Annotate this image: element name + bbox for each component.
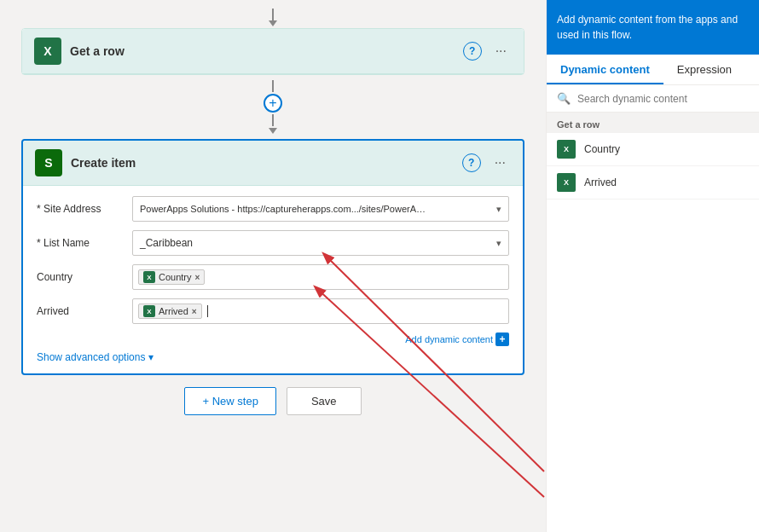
top-connector — [269, 9, 277, 26]
create-item-title: Create item — [71, 156, 454, 170]
create-item-info-button[interactable]: ? — [462, 153, 481, 172]
create-item-header: S Create item ? ··· — [23, 141, 523, 186]
country-tag-close[interactable]: × — [195, 273, 200, 282]
get-a-row-card: X Get a row ? ··· — [21, 28, 524, 75]
chevron-down-icon: ▾ — [148, 351, 154, 363]
arrived-tag-close[interactable]: × — [192, 307, 197, 316]
panel-search-bar: 🔍 — [547, 85, 759, 113]
add-step-plus-button[interactable]: + — [264, 94, 282, 113]
get-a-row-header: X Get a row ? ··· — [22, 29, 524, 74]
add-dynamic-content-label: Add dynamic content — [405, 334, 493, 344]
create-item-body: * Site Address PowerApps Solutions - htt… — [23, 186, 523, 373]
country-row: Country X Country × — [37, 264, 509, 290]
panel-header-text: Add dynamic content from the apps and us… — [557, 14, 738, 41]
tab-expression-label: Expression — [677, 63, 732, 76]
arrived-tag-icon: X — [143, 305, 155, 317]
country-tag-label: Country — [159, 272, 192, 282]
main-canvas: X Get a row ? ··· + S Create item ? ··· — [0, 0, 546, 532]
panel-section-get-a-row: Get a row — [547, 113, 759, 133]
list-name-value: _Caribbean — [140, 237, 193, 249]
plus-connector: + — [264, 80, 282, 134]
country-tag: X Country × — [138, 269, 205, 285]
panel-arrived-label: Arrived — [584, 176, 617, 188]
site-address-label: * Site Address — [37, 203, 122, 215]
site-address-field[interactable]: PowerApps Solutions - https://captureher… — [132, 196, 509, 222]
panel-item-arrived[interactable]: X Arrived — [547, 166, 759, 200]
panel-tabs: Dynamic content Expression — [547, 55, 759, 85]
country-field[interactable]: X Country × — [132, 264, 509, 290]
tab-dynamic-content[interactable]: Dynamic content — [547, 55, 663, 84]
create-item-card: S Create item ? ··· * Site Address Power… — [21, 139, 524, 375]
save-button[interactable]: Save — [287, 387, 362, 415]
panel-country-icon: X — [557, 140, 576, 159]
list-name-label: * List Name — [37, 237, 122, 249]
panel-header: Add dynamic content from the apps and us… — [547, 0, 759, 55]
panel-arrived-icon: X — [557, 173, 576, 192]
tab-expression[interactable]: Expression — [663, 55, 745, 84]
create-item-actions: ? ··· — [462, 153, 511, 172]
text-cursor — [207, 305, 208, 317]
panel-item-country[interactable]: X Country — [547, 133, 759, 166]
get-a-row-actions: ? ··· — [463, 42, 512, 61]
tab-dynamic-content-label: Dynamic content — [560, 63, 650, 76]
show-advanced-label: Show advanced options — [37, 351, 145, 363]
get-a-row-title: Get a row — [70, 44, 455, 58]
arrived-field[interactable]: X Arrived × — [132, 298, 509, 324]
add-dynamic-row: Add dynamic content + — [37, 332, 509, 346]
add-dynamic-icon: + — [495, 332, 509, 346]
excel-icon: X — [34, 38, 61, 65]
show-advanced-row: Show advanced options ▾ — [37, 351, 509, 363]
list-name-field[interactable]: _Caribbean ▾ — [132, 230, 509, 256]
list-name-dropdown-arrow: ▾ — [496, 238, 501, 249]
sharepoint-icon: S — [35, 149, 62, 176]
country-tag-icon: X — [143, 271, 155, 283]
search-icon: 🔍 — [557, 92, 571, 105]
arrived-tag-label: Arrived — [159, 306, 188, 316]
arrived-row: Arrived X Arrived × — [37, 298, 509, 324]
arrived-label: Arrived — [37, 305, 122, 317]
site-address-dropdown-arrow: ▾ — [496, 204, 501, 215]
new-step-button[interactable]: + New step — [184, 387, 275, 415]
panel-country-label: Country — [584, 143, 620, 155]
country-label: Country — [37, 271, 122, 283]
search-dynamic-content-input[interactable] — [577, 93, 749, 105]
get-a-row-info-button[interactable]: ? — [463, 42, 482, 61]
bottom-actions: + New step Save — [184, 387, 361, 415]
get-a-row-more-button[interactable]: ··· — [490, 42, 512, 61]
create-item-more-button[interactable]: ··· — [490, 153, 511, 172]
site-address-row: * Site Address PowerApps Solutions - htt… — [37, 196, 509, 222]
site-address-value: PowerApps Solutions - https://captureher… — [140, 204, 430, 214]
list-name-row: * List Name _Caribbean ▾ — [37, 230, 509, 256]
right-panel: Add dynamic content from the apps and us… — [546, 0, 759, 532]
add-dynamic-content-button[interactable]: Add dynamic content + — [405, 332, 509, 346]
show-advanced-options-button[interactable]: Show advanced options ▾ — [37, 351, 154, 363]
arrived-tag: X Arrived × — [138, 304, 202, 319]
